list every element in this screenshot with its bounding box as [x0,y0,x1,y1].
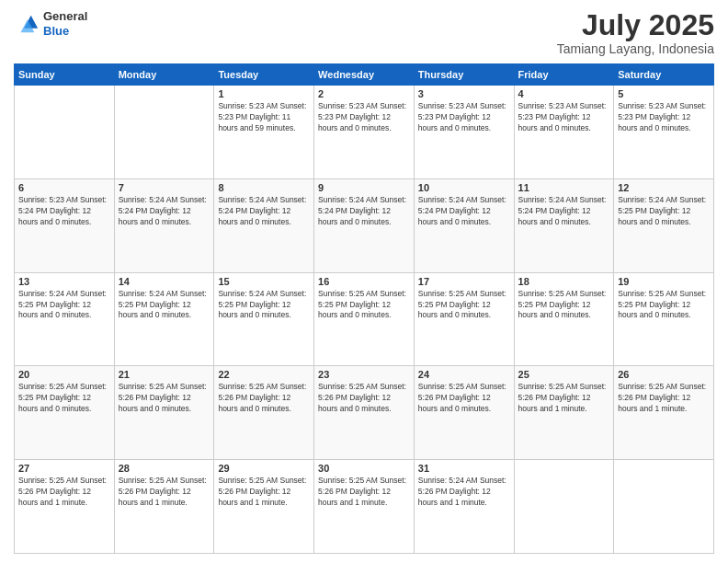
calendar-cell: 20Sunrise: 5:25 AM Sunset: 5:25 PM Dayli… [15,366,115,460]
day-number: 13 [18,276,110,287]
day-number: 3 [418,88,510,99]
day-info: Sunrise: 5:25 AM Sunset: 5:25 PM Dayligh… [618,289,710,322]
calendar-cell: 11Sunrise: 5:24 AM Sunset: 5:24 PM Dayli… [514,178,614,272]
calendar-cell: 16Sunrise: 5:25 AM Sunset: 5:25 PM Dayli… [314,272,415,366]
day-info: Sunrise: 5:25 AM Sunset: 5:25 PM Dayligh… [318,289,410,322]
calendar-week-row: 1Sunrise: 5:23 AM Sunset: 5:23 PM Daylig… [15,86,714,179]
weekday-header-thursday: Thursday [414,64,514,86]
calendar-cell: 26Sunrise: 5:25 AM Sunset: 5:26 PM Dayli… [614,366,714,460]
calendar-cell: 6Sunrise: 5:23 AM Sunset: 5:24 PM Daylig… [15,178,115,272]
day-number: 1 [218,88,310,99]
day-info: Sunrise: 5:24 AM Sunset: 5:24 PM Dayligh… [518,195,610,228]
day-number: 28 [119,463,210,474]
day-info: Sunrise: 5:24 AM Sunset: 5:24 PM Dayligh… [119,195,210,228]
page: General Blue July 2025 Tamiang Layang, I… [0,0,728,563]
day-info: Sunrise: 5:23 AM Sunset: 5:23 PM Dayligh… [518,101,610,134]
day-number: 20 [18,369,110,380]
calendar-cell: 9Sunrise: 5:24 AM Sunset: 5:24 PM Daylig… [314,178,415,272]
logo-line1: General [43,9,87,24]
day-number: 14 [119,276,210,287]
day-number: 7 [119,182,210,193]
day-number: 27 [18,463,110,474]
weekday-header-tuesday: Tuesday [214,64,314,86]
calendar-cell: 12Sunrise: 5:24 AM Sunset: 5:25 PM Dayli… [614,178,714,272]
calendar-header-row: SundayMondayTuesdayWednesdayThursdayFrid… [15,64,714,86]
day-info: Sunrise: 5:23 AM Sunset: 5:23 PM Dayligh… [418,101,510,134]
day-number: 11 [518,182,610,193]
weekday-header-wednesday: Wednesday [314,64,415,86]
day-info: Sunrise: 5:24 AM Sunset: 5:25 PM Dayligh… [119,289,210,322]
calendar-cell: 27Sunrise: 5:25 AM Sunset: 5:26 PM Dayli… [15,460,115,554]
day-info: Sunrise: 5:25 AM Sunset: 5:26 PM Dayligh… [119,476,210,509]
day-info: Sunrise: 5:23 AM Sunset: 5:23 PM Dayligh… [218,101,310,134]
day-number: 9 [318,182,410,193]
day-info: Sunrise: 5:25 AM Sunset: 5:26 PM Dayligh… [218,382,310,415]
calendar-cell: 14Sunrise: 5:24 AM Sunset: 5:25 PM Dayli… [114,272,214,366]
month-title: July 2025 [557,9,714,41]
location-subtitle: Tamiang Layang, Indonesia [557,41,714,56]
calendar-cell: 2Sunrise: 5:23 AM Sunset: 5:23 PM Daylig… [314,86,415,179]
day-number: 30 [318,463,410,474]
day-info: Sunrise: 5:24 AM Sunset: 5:24 PM Dayligh… [418,195,510,228]
calendar-cell [114,86,214,179]
calendar-cell: 22Sunrise: 5:25 AM Sunset: 5:26 PM Dayli… [214,366,314,460]
calendar-cell: 8Sunrise: 5:24 AM Sunset: 5:24 PM Daylig… [214,178,314,272]
logo-line2: Blue [43,24,87,39]
header: General Blue July 2025 Tamiang Layang, I… [14,9,714,56]
day-info: Sunrise: 5:23 AM Sunset: 5:23 PM Dayligh… [318,101,410,134]
calendar-cell: 31Sunrise: 5:24 AM Sunset: 5:26 PM Dayli… [414,460,514,554]
day-info: Sunrise: 5:24 AM Sunset: 5:25 PM Dayligh… [218,289,310,322]
day-number: 4 [518,88,610,99]
calendar-cell: 21Sunrise: 5:25 AM Sunset: 5:26 PM Dayli… [114,366,214,460]
calendar-cell: 18Sunrise: 5:25 AM Sunset: 5:25 PM Dayli… [514,272,614,366]
calendar-cell: 3Sunrise: 5:23 AM Sunset: 5:23 PM Daylig… [414,86,514,179]
day-info: Sunrise: 5:25 AM Sunset: 5:26 PM Dayligh… [518,382,610,415]
day-info: Sunrise: 5:24 AM Sunset: 5:25 PM Dayligh… [618,195,710,228]
calendar-cell: 13Sunrise: 5:24 AM Sunset: 5:25 PM Dayli… [15,272,115,366]
day-number: 22 [218,369,310,380]
day-number: 5 [618,88,710,99]
day-info: Sunrise: 5:25 AM Sunset: 5:26 PM Dayligh… [218,476,310,509]
day-info: Sunrise: 5:24 AM Sunset: 5:25 PM Dayligh… [18,289,110,322]
calendar-cell: 5Sunrise: 5:23 AM Sunset: 5:23 PM Daylig… [614,86,714,179]
day-number: 17 [418,276,510,287]
calendar-week-row: 6Sunrise: 5:23 AM Sunset: 5:24 PM Daylig… [15,178,714,272]
calendar-cell: 17Sunrise: 5:25 AM Sunset: 5:25 PM Dayli… [414,272,514,366]
day-number: 26 [618,369,710,380]
day-number: 8 [218,182,310,193]
day-number: 23 [318,369,410,380]
day-number: 31 [418,463,510,474]
calendar-cell: 23Sunrise: 5:25 AM Sunset: 5:26 PM Dayli… [314,366,415,460]
calendar-cell: 25Sunrise: 5:25 AM Sunset: 5:26 PM Dayli… [514,366,614,460]
calendar-cell: 29Sunrise: 5:25 AM Sunset: 5:26 PM Dayli… [214,460,314,554]
calendar-week-row: 20Sunrise: 5:25 AM Sunset: 5:25 PM Dayli… [15,366,714,460]
logo: General Blue [14,9,87,38]
calendar-cell: 28Sunrise: 5:25 AM Sunset: 5:26 PM Dayli… [114,460,214,554]
day-number: 12 [618,182,710,193]
day-info: Sunrise: 5:24 AM Sunset: 5:24 PM Dayligh… [318,195,410,228]
day-info: Sunrise: 5:25 AM Sunset: 5:25 PM Dayligh… [518,289,610,322]
weekday-header-friday: Friday [514,64,614,86]
day-number: 16 [318,276,410,287]
day-number: 29 [218,463,310,474]
calendar-cell [614,460,714,554]
calendar-table: SundayMondayTuesdayWednesdayThursdayFrid… [14,63,714,554]
calendar-cell [514,460,614,554]
day-number: 24 [418,369,510,380]
day-number: 10 [418,182,510,193]
day-number: 19 [618,276,710,287]
day-info: Sunrise: 5:25 AM Sunset: 5:26 PM Dayligh… [318,476,410,509]
calendar-cell: 4Sunrise: 5:23 AM Sunset: 5:23 PM Daylig… [514,86,614,179]
calendar-cell: 24Sunrise: 5:25 AM Sunset: 5:26 PM Dayli… [414,366,514,460]
weekday-header-sunday: Sunday [15,64,115,86]
day-number: 15 [218,276,310,287]
calendar-cell: 30Sunrise: 5:25 AM Sunset: 5:26 PM Dayli… [314,460,415,554]
calendar-cell: 19Sunrise: 5:25 AM Sunset: 5:25 PM Dayli… [614,272,714,366]
calendar-cell: 1Sunrise: 5:23 AM Sunset: 5:23 PM Daylig… [214,86,314,179]
day-number: 6 [18,182,110,193]
title-block: July 2025 Tamiang Layang, Indonesia [557,9,714,56]
day-number: 25 [518,369,610,380]
day-info: Sunrise: 5:24 AM Sunset: 5:24 PM Dayligh… [218,195,310,228]
day-info: Sunrise: 5:25 AM Sunset: 5:26 PM Dayligh… [418,382,510,415]
logo-text: General Blue [43,9,87,38]
